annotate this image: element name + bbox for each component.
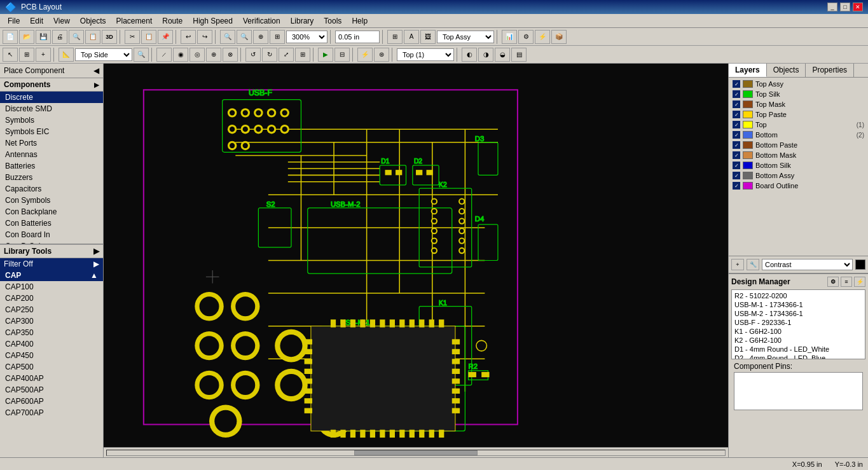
layer-check-bottom-assy[interactable]: ✓ bbox=[733, 172, 740, 179]
select-all-button[interactable]: ⊞ bbox=[19, 48, 34, 62]
copy-button[interactable]: 📋 bbox=[141, 30, 156, 44]
add-button[interactable]: + bbox=[36, 48, 51, 62]
new-button[interactable]: 📄 bbox=[3, 30, 18, 44]
menu-item-objects[interactable]: Objects bbox=[75, 15, 111, 27]
fab-btn1[interactable]: 📊 bbox=[502, 30, 517, 44]
dm-item-k2[interactable]: K2 - G6H2-100 bbox=[733, 336, 864, 345]
components-arrow[interactable]: ▶ bbox=[94, 81, 99, 88]
tree-item-buzzers[interactable]: Buzzers bbox=[0, 172, 103, 183]
layer-check-top[interactable]: ✓ bbox=[733, 121, 740, 128]
photo-button[interactable]: 🖼 bbox=[420, 30, 436, 44]
layer-check-top-assy[interactable]: ✓ bbox=[733, 80, 740, 88]
grid-button[interactable]: ⊞ bbox=[387, 30, 403, 44]
hscroll-thumb[interactable] bbox=[354, 450, 478, 455]
layer-color-top-paste[interactable] bbox=[743, 111, 753, 118]
menu-item-tools[interactable]: Tools bbox=[319, 15, 347, 27]
tree-item-net-ports[interactable]: Net Ports bbox=[0, 137, 103, 149]
comp-scroll-up[interactable]: ▲ bbox=[90, 271, 98, 280]
undo-button[interactable]: ↩ bbox=[181, 30, 196, 44]
route-btn3[interactable]: ◎ bbox=[189, 48, 205, 62]
zoom-in-button[interactable]: 🔍 bbox=[220, 30, 235, 44]
filter-bar[interactable]: Filter Off ▶ bbox=[0, 258, 103, 270]
open-button[interactable]: 📂 bbox=[19, 30, 34, 44]
drc-btn3[interactable]: ⤢ bbox=[279, 48, 294, 62]
layer-color-bottom-paste[interactable] bbox=[743, 141, 753, 149]
menu-item-library[interactable]: Library bbox=[286, 15, 319, 27]
layer-name-top-paste[interactable]: Top Paste bbox=[755, 111, 849, 118]
menu-item-edit[interactable]: Edit bbox=[25, 15, 48, 27]
dm-item-k1[interactable]: K1 - G6H2-100 bbox=[733, 327, 864, 336]
tree-item-symbols-eic[interactable]: Symbols EIC bbox=[0, 126, 103, 137]
zoom-out-button[interactable]: 🔍 bbox=[237, 30, 252, 44]
layer-check-bottom-silk[interactable]: ✓ bbox=[733, 162, 740, 169]
dm-item-usbm2[interactable]: USB-M-2 - 1734366-1 bbox=[733, 309, 864, 318]
grid-input[interactable] bbox=[335, 31, 380, 43]
select-button[interactable]: ↖ bbox=[3, 48, 18, 62]
dm-item-d2[interactable]: D2 - 4mm Round - LED_Blue bbox=[733, 354, 864, 359]
route-btn1[interactable]: ⟋ bbox=[156, 48, 172, 62]
via-btn1[interactable]: ⚡ bbox=[357, 48, 373, 62]
fab-btn3[interactable]: ⚡ bbox=[535, 30, 550, 44]
layer-color-top-silk[interactable] bbox=[743, 90, 753, 98]
layer-color-bottom-silk[interactable] bbox=[743, 162, 753, 169]
tree-item-con-backplane[interactable]: Con Backplane bbox=[0, 206, 103, 218]
dm-filter-btn[interactable]: ⚡ bbox=[854, 277, 865, 287]
layer-name-top-assy[interactable]: Top Assy bbox=[755, 80, 849, 88]
layer-check-bottom-mask[interactable]: ✓ bbox=[733, 151, 740, 159]
layer-name-bottom-mask[interactable]: Bottom Mask bbox=[755, 151, 849, 159]
tree-item-symbols[interactable]: Symbols bbox=[0, 114, 103, 126]
layer-name-board-outline[interactable]: Board Outline bbox=[755, 182, 849, 190]
paste-button[interactable]: 📌 bbox=[158, 30, 173, 44]
search-button[interactable]: 🔍 bbox=[134, 48, 149, 62]
layer-add-btn[interactable]: + bbox=[731, 259, 744, 270]
dm-item-d1[interactable]: D1 - 4mm Round - LED_White bbox=[733, 345, 864, 354]
menu-item-view[interactable]: View bbox=[48, 15, 75, 27]
zoom-fit-button[interactable]: ⊞ bbox=[270, 30, 285, 44]
tab-layers[interactable]: Layers bbox=[729, 64, 767, 77]
route-btn4[interactable]: ⊕ bbox=[206, 48, 221, 62]
route-btn5[interactable]: ⊗ bbox=[223, 48, 238, 62]
preview-button[interactable]: 🔍 bbox=[69, 30, 84, 44]
drc-btn1[interactable]: ↺ bbox=[245, 48, 261, 62]
layer-name-bottom[interactable]: Bottom bbox=[755, 131, 849, 139]
fab-btn2[interactable]: ⚙ bbox=[518, 30, 534, 44]
layer-color-top-assy[interactable] bbox=[743, 80, 753, 88]
tree-item-antennas[interactable]: Antennas bbox=[0, 149, 103, 160]
comp-item-cap600ap[interactable]: CAP600AP bbox=[0, 396, 103, 407]
comp-item-cap500[interactable]: CAP500 bbox=[0, 361, 103, 373]
comp-item-cap200[interactable]: CAP200 bbox=[0, 293, 103, 304]
layer-check-top-paste[interactable]: ✓ bbox=[733, 111, 740, 118]
dm-item-usbf[interactable]: USB-F - 292336-1 bbox=[733, 318, 864, 327]
layer-color-bottom[interactable] bbox=[743, 131, 753, 139]
color-swatch[interactable] bbox=[855, 259, 865, 270]
layer-check-top-mask[interactable]: ✓ bbox=[733, 100, 740, 108]
dm-list-btn[interactable]: ≡ bbox=[841, 277, 852, 287]
tree-item-con-board-in[interactable]: Con Board In bbox=[0, 229, 103, 240]
redo-button[interactable]: ↪ bbox=[197, 30, 212, 44]
layer-name-top[interactable]: Top bbox=[755, 121, 849, 128]
tree-item-discrete[interactable]: Discrete bbox=[0, 92, 103, 103]
side-dropdown[interactable]: Top Side Bottom Side bbox=[75, 48, 132, 61]
dm-settings-btn[interactable]: ⚙ bbox=[827, 277, 839, 287]
menu-item-route[interactable]: Route bbox=[157, 15, 188, 27]
comp-item-cap400ap[interactable]: CAP400AP bbox=[0, 373, 103, 384]
hscrollbar[interactable] bbox=[104, 447, 728, 457]
view-select[interactable]: 📐 bbox=[59, 48, 74, 62]
layer-btn4[interactable]: ▤ bbox=[511, 48, 527, 62]
layer-color-top[interactable] bbox=[743, 121, 753, 128]
layer-name-bottom-paste[interactable]: Bottom Paste bbox=[755, 141, 849, 149]
close-button[interactable]: ✕ bbox=[853, 3, 863, 11]
zoom-area-button[interactable]: ⊕ bbox=[253, 30, 268, 44]
zoom-dropdown[interactable]: 300% bbox=[286, 31, 327, 43]
layer-name-top-mask[interactable]: Top Mask bbox=[755, 100, 849, 108]
tab-objects[interactable]: Objects bbox=[767, 64, 806, 77]
text-button[interactable]: A bbox=[404, 30, 419, 44]
layer-color-bottom-mask[interactable] bbox=[743, 151, 753, 159]
comp-item-cap100[interactable]: CAP100 bbox=[0, 281, 103, 293]
layer-check-board-outline[interactable]: ✓ bbox=[733, 182, 740, 190]
minimize-button[interactable]: _ bbox=[827, 3, 837, 11]
comp-item-cap250[interactable]: CAP250 bbox=[0, 304, 103, 315]
layer-color-bottom-assy[interactable] bbox=[743, 172, 753, 179]
layer-btn2[interactable]: ◑ bbox=[478, 48, 493, 62]
layer-color-top-mask[interactable] bbox=[743, 100, 753, 108]
